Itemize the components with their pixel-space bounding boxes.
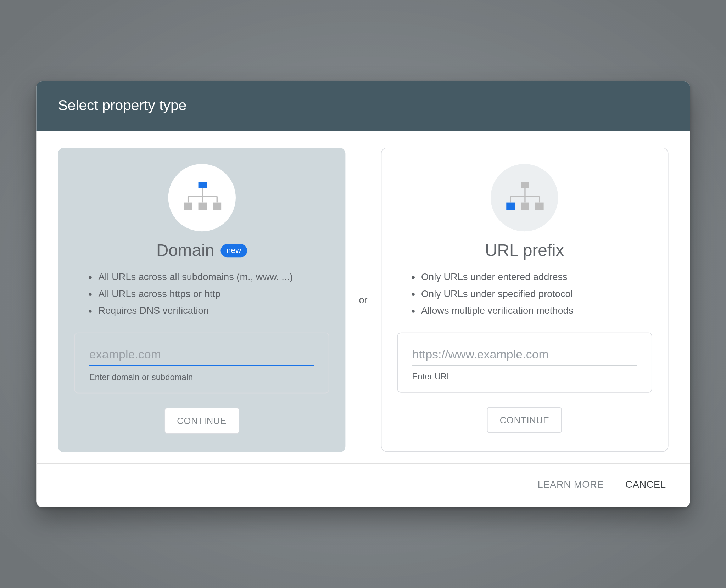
svg-rect-1 [184, 202, 192, 209]
domain-input-box: Enter domain or subdomain [74, 332, 329, 393]
url-input[interactable] [412, 345, 637, 366]
feature-list: All URLs across all subdomains (m., www.… [74, 268, 329, 319]
dialog-title: Select property type [58, 97, 186, 113]
svg-rect-0 [198, 182, 207, 188]
continue-button-domain[interactable]: CONTINUE [164, 407, 239, 433]
list-item: All URLs across https or http [98, 285, 326, 302]
svg-rect-4 [521, 182, 529, 188]
url-input-box: Enter URL [397, 333, 652, 393]
list-item: Only URLs under specified protocol [421, 285, 648, 303]
continue-button-url[interactable]: CONTINUE [487, 407, 562, 433]
cancel-button[interactable]: CANCEL [623, 476, 668, 494]
new-badge: new [220, 244, 247, 257]
card-title: URL prefix [485, 241, 564, 260]
list-item: Allows multiple verification methods [421, 303, 648, 320]
svg-rect-7 [535, 203, 544, 210]
property-card-url-prefix[interactable]: URL prefix Only URLs under entered addre… [381, 148, 669, 452]
card-title-row: URL prefix [485, 241, 564, 260]
domain-input-helper: Enter domain or subdomain [89, 372, 314, 381]
dialog-footer: LEARN MORE CANCEL [36, 463, 690, 507]
card-title: Domain [156, 241, 214, 260]
list-item: Only URLs under entered address [421, 269, 648, 286]
feature-list: Only URLs under entered address Only URL… [397, 269, 652, 320]
list-item: All URLs across all subdomains (m., www.… [98, 268, 326, 285]
dialog-header: Select property type [36, 81, 690, 130]
sitemap-icon [168, 164, 235, 231]
domain-input[interactable] [89, 345, 314, 366]
sitemap-icon [491, 164, 558, 231]
svg-rect-3 [212, 202, 221, 209]
svg-rect-5 [506, 203, 515, 210]
svg-rect-2 [198, 202, 207, 209]
or-separator: or [356, 294, 370, 305]
url-input-helper: Enter URL [412, 372, 637, 381]
svg-rect-6 [521, 203, 529, 210]
dialog-body: Domain new All URLs across all subdomain… [36, 130, 690, 457]
learn-more-button[interactable]: LEARN MORE [535, 476, 606, 494]
select-property-type-dialog: Select property type [36, 81, 690, 507]
card-title-row: Domain new [156, 241, 247, 260]
property-card-domain[interactable]: Domain new All URLs across all subdomain… [58, 147, 346, 452]
list-item: Requires DNS verification [98, 302, 326, 319]
